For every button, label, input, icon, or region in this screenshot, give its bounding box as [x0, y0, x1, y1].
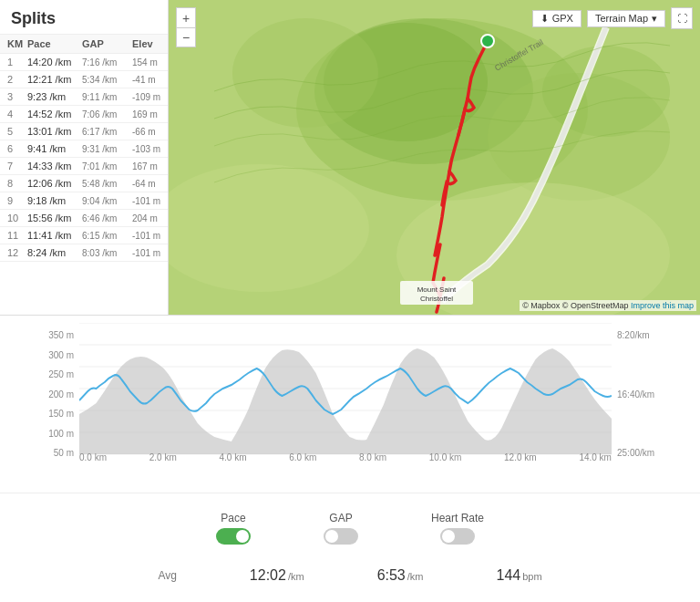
split-pace: 13:01 /km [27, 126, 82, 137]
splits-title: Splits [0, 0, 168, 35]
split-km: 10 [7, 213, 27, 223]
chart-y-right-label: 25:00/km [617, 448, 668, 458]
table-row[interactable]: 11 11:41 /km 6:15 /km -101 m [0, 227, 168, 244]
split-pace: 8:24 /km [27, 247, 82, 258]
split-pace: 12:06 /km [27, 178, 82, 189]
gap-stat-group: 6:53 /km [377, 567, 424, 584]
table-row[interactable]: 10 15:56 /km 6:46 /km 204 m [0, 210, 168, 227]
map-controls: + − [176, 7, 196, 47]
split-km: 7 [7, 161, 27, 171]
fullscreen-icon: ⛶ [677, 13, 687, 24]
split-elev: 169 m [132, 109, 168, 119]
fullscreen-button[interactable]: ⛶ [671, 7, 693, 29]
split-pace: 11:41 /km [27, 230, 82, 241]
split-elev: -101 m [132, 231, 168, 241]
chart-x-label: 10.0 km [429, 452, 462, 462]
stats-row: Avg 12:02 /km 6:53 /km 144 bpm [158, 567, 541, 584]
chart-y-label: 250 m [41, 369, 74, 379]
map-panel: Christoffel Trail Mount Saint Christoffe… [169, 0, 700, 315]
split-gap: 5:34 /km [82, 75, 132, 85]
split-km: 9 [7, 195, 27, 206]
pace-toggle[interactable] [216, 528, 251, 545]
split-gap: 6:46 /km [82, 213, 132, 223]
hr-value: 144 [497, 567, 521, 584]
chart-x-label: 12.0 km [504, 452, 537, 462]
table-row[interactable]: 1 14:20 /km 7:16 /km 154 m [0, 54, 168, 71]
split-km: 2 [7, 74, 27, 85]
table-row[interactable]: 8 12:06 /km 5:48 /km -64 m [0, 175, 168, 192]
gpx-button[interactable]: ⬇ GPX [532, 10, 582, 27]
split-elev: 167 m [132, 161, 168, 171]
gap-toggle-label: GAP [329, 512, 352, 524]
hr-toggle-knob [442, 530, 455, 543]
map-attribution: © Mapbox © OpenStreetMap Improve this ma… [520, 300, 696, 311]
split-elev: -103 m [132, 144, 168, 154]
split-km: 5 [7, 126, 27, 137]
split-elev: -101 m [132, 196, 168, 206]
hr-toggle[interactable] [440, 528, 475, 545]
table-row[interactable]: 4 14:52 /km 7:06 /km 169 m [0, 106, 168, 123]
splits-panel: Splits KM Pace GAP Elev 1 14:20 /km 7:16… [0, 0, 169, 315]
elevation-chart [79, 323, 612, 455]
split-gap: 5:48 /km [82, 179, 132, 189]
top-section: Splits KM Pace GAP Elev 1 14:20 /km 7:16… [0, 0, 700, 315]
download-icon: ⬇ [540, 13, 549, 25]
gap-toggle-knob [325, 530, 338, 543]
chart-x-label: 8.0 km [359, 452, 386, 462]
split-gap: 9:31 /km [82, 144, 132, 154]
chart-x-label: 4.0 km [220, 452, 247, 462]
svg-point-6 [542, 46, 670, 137]
split-pace: 15:56 /km [27, 213, 82, 223]
split-elev: -101 m [132, 248, 168, 258]
zoom-in-button[interactable]: + [176, 7, 196, 27]
split-pace: 9:23 /km [27, 91, 82, 102]
map-background: Christoffel Trail Mount Saint Christoffe… [169, 0, 700, 315]
split-pace: 9:18 /km [27, 195, 82, 206]
improve-map-link[interactable]: Improve this map [631, 301, 694, 310]
split-pace: 14:52 /km [27, 109, 82, 119]
split-elev: 154 m [132, 57, 168, 67]
split-elev: -64 m [132, 179, 168, 189]
table-row[interactable]: 9 9:18 /km 9:04 /km -101 m [0, 192, 168, 210]
split-elev: -41 m [132, 75, 168, 85]
header-pace: Pace [27, 38, 82, 49]
header-km: KM [7, 38, 27, 49]
table-row[interactable]: 12 8:24 /km 8:03 /km -101 m [0, 244, 168, 262]
pace-value: 12:02 [250, 567, 286, 584]
header-gap: GAP [82, 38, 132, 49]
map-top-right-controls: ⬇ GPX Terrain Map ▾ ⛶ [532, 7, 693, 29]
chart-x-label: 14.0 km [579, 452, 612, 462]
table-row[interactable]: 3 9:23 /km 9:11 /km -109 m [0, 88, 168, 106]
avg-label: Avg [158, 569, 176, 582]
chart-y-label: 300 m [41, 350, 74, 360]
table-row[interactable]: 2 12:21 /km 5:34 /km -41 m [0, 71, 168, 88]
split-gap: 9:04 /km [82, 196, 132, 206]
header-elev: Elev [132, 38, 169, 49]
svg-text:Mount Saint: Mount Saint [417, 285, 457, 294]
main-container: Splits KM Pace GAP Elev 1 14:20 /km 7:16… [0, 0, 700, 602]
pace-toggle-group: Pace [216, 512, 251, 545]
pace-toggle-label: Pace [221, 512, 245, 524]
gpx-label: GPX [552, 13, 573, 24]
hr-stat-group: 144 bpm [497, 567, 542, 584]
splits-body[interactable]: 1 14:20 /km 7:16 /km 154 m 2 12:21 /km 5… [0, 54, 168, 315]
chart-y-labels-right: 8:20/km16:40/km25:00/km [613, 330, 668, 458]
split-gap: 7:06 /km [82, 109, 132, 119]
terrain-label: Terrain Map [595, 13, 648, 24]
table-row[interactable]: 5 13:01 /km 6:17 /km -66 m [0, 123, 168, 140]
chart-y-label: 100 m [41, 429, 74, 439]
gap-toggle[interactable] [324, 528, 358, 545]
table-row[interactable]: 7 14:33 /km 7:01 /km 167 m [0, 158, 168, 175]
zoom-out-button[interactable]: − [176, 27, 196, 47]
split-pace: 14:33 /km [27, 161, 82, 171]
split-km: 8 [7, 178, 27, 189]
table-row[interactable]: 6 9:41 /km 9:31 /km -103 m [0, 140, 168, 158]
split-gap: 7:16 /km [82, 57, 132, 67]
split-pace: 14:20 /km [27, 57, 82, 67]
chart-y-right-label: 8:20/km [617, 330, 668, 340]
split-elev: 204 m [132, 213, 168, 223]
chart-y-label: 150 m [41, 409, 74, 419]
terrain-map-button[interactable]: Terrain Map ▾ [587, 10, 665, 27]
split-km: 4 [7, 109, 27, 119]
gap-value: 6:53 [377, 567, 406, 584]
